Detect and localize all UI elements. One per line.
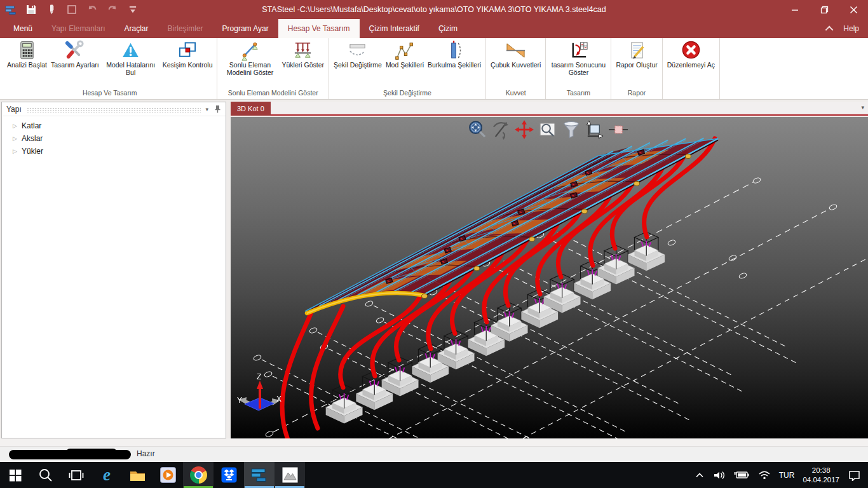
workspace: Yapı ▾ ▷Katlar ▷Akslar ▷Yükler 3D Kot 0 … (0, 100, 868, 438)
dotted-leader (27, 107, 201, 113)
ribbon-group-label: Tasarım (548, 89, 608, 99)
tab-menu[interactable]: Menü (4, 19, 42, 38)
ribbon-group-rapor: Rapor Oluştur Rapor (611, 38, 662, 99)
burkulma-sekilleri-button[interactable]: Burkulma Şekilleri (426, 39, 483, 70)
save-icon[interactable] (25, 4, 37, 15)
ribbon: Analizi Başlat Tasarım Ayarları Model Ha… (0, 38, 868, 100)
title-bar: STASteel -C:\Users\Mustafa\Desktop\cevat… (0, 0, 868, 19)
help-link[interactable]: Help (843, 24, 859, 33)
taskbar-search-button[interactable] (31, 462, 61, 488)
tab-araclar[interactable]: Araçlar (115, 19, 158, 38)
media-player-button[interactable] (153, 462, 183, 488)
tab-cizim-interaktif[interactable]: Çizim Interaktif (360, 19, 429, 38)
window-controls (780, 0, 868, 19)
battery-icon[interactable] (734, 470, 750, 480)
qat-more-icon[interactable] (127, 4, 139, 15)
tab-strip-dropdown-icon[interactable]: ▾ (861, 104, 864, 111)
warning-triangle-icon (120, 40, 141, 61)
close-button[interactable] (839, 0, 868, 19)
expander-icon[interactable]: ▷ (13, 148, 22, 154)
sonlu-eleman-modelini-goster-button[interactable]: Sonlu Eleman Modelini Göster (220, 39, 280, 78)
axis-triad: Z Y X (237, 372, 281, 410)
model-hatalarini-bul-button[interactable]: Model Hatalarını Bul (101, 39, 161, 78)
stasteel-taskbar-button[interactable] (244, 462, 275, 488)
ribbon-group-hesap: Analizi Başlat Tasarım Ayarları Model Ha… (3, 38, 217, 99)
z-axis-label: Z (257, 372, 261, 381)
viewport-toolbar (467, 119, 628, 140)
undo-icon[interactable] (86, 4, 98, 15)
dropbox-icon (220, 466, 238, 484)
button-label: Mod Şekilleri (386, 62, 424, 69)
section-element-icon[interactable] (608, 119, 628, 140)
file-explorer-button[interactable] (122, 462, 153, 488)
tree-item-katlar[interactable]: ▷Katlar (2, 119, 226, 132)
dropbox-button[interactable] (214, 462, 244, 488)
frame-icon[interactable] (66, 4, 78, 15)
button-label: Çubuk Kuvvetleri (491, 62, 541, 69)
zoom-window-icon[interactable] (538, 119, 558, 140)
redo-icon[interactable] (107, 4, 118, 15)
button-label: Yükleri Göster (281, 62, 324, 69)
rotate-view-icon[interactable] (491, 119, 511, 140)
ribbon-group-sekil-degistirme: Şekil Değiştirme Mod Şekilleri Burkulma … (329, 38, 486, 99)
expander-icon[interactable]: ▷ (13, 123, 22, 129)
3d-model-scene[interactable]: Z Y X (231, 117, 868, 438)
report-icon (627, 40, 648, 61)
minimize-button[interactable] (780, 0, 810, 19)
tray-chevron-icon[interactable] (695, 471, 705, 480)
redacted-license-text (9, 450, 131, 459)
structure-tree: ▷Katlar ▷Akslar ▷Yükler (2, 116, 226, 158)
sekil-degistirme-button[interactable]: Şekil Değiştirme (332, 39, 384, 70)
task-view-button[interactable] (61, 462, 92, 488)
viewport-canvas[interactable]: Z Y X (231, 117, 868, 438)
wifi-icon[interactable] (758, 470, 771, 480)
ribbon-group-duzenleme: Düzenlemeyi Aç (663, 38, 720, 99)
tab-hesap-ve-tasarim[interactable]: Hesap Ve Tasarım (278, 19, 360, 38)
status-gap (0, 438, 868, 447)
tasarim-sonucunu-goster-button[interactable]: tasarım Sonucunu Göster (548, 39, 608, 78)
rapor-olustur-button[interactable]: Rapor Oluştur (614, 39, 659, 70)
action-center-icon[interactable] (848, 470, 862, 481)
taskbar-clock[interactable]: 20:38 04.04.2017 (803, 466, 839, 485)
x-axis-label: X (276, 395, 281, 403)
panel-dropdown-icon[interactable]: ▾ (205, 106, 208, 112)
cubuk-kuvvetleri-button[interactable]: Çubuk Kuvvetleri (489, 39, 543, 70)
tree-item-akslar[interactable]: ▷Akslar (2, 132, 226, 145)
tree-item-yukler[interactable]: ▷Yükler (2, 145, 226, 158)
pan-icon[interactable] (514, 119, 534, 140)
analizi-baslat-button[interactable]: Analizi Başlat (5, 39, 49, 70)
ribbon-tab-bar: Menü Yapı Elemanları Araçlar Birleşimler… (0, 19, 868, 38)
volume-icon[interactable] (713, 470, 726, 480)
tab-program-ayar[interactable]: Program Ayar (213, 19, 278, 38)
tab-cizim[interactable]: Çizim (429, 19, 467, 38)
viewport-tab-3d-kot-0[interactable]: 3D Kot 0 (231, 102, 271, 116)
chrome-button[interactable] (183, 462, 214, 488)
windows-logo-icon (8, 468, 22, 482)
zoom-extents-icon[interactable] (467, 119, 487, 140)
pin-icon[interactable] (214, 105, 221, 113)
structure-panel-header: Yapı ▾ (2, 102, 226, 116)
tasarim-ayarlari-button[interactable]: Tasarım Ayarları (49, 39, 101, 70)
expander-icon[interactable]: ▷ (13, 135, 22, 142)
photos-button[interactable] (275, 462, 305, 488)
deformation-icon (347, 40, 368, 61)
style-pen-icon[interactable] (46, 4, 57, 15)
mod-sekilleri-button[interactable]: Mod Şekilleri (384, 39, 426, 70)
yukleri-goster-button[interactable]: Yükleri Göster (280, 39, 326, 70)
edge-button[interactable]: e (92, 462, 122, 488)
collapse-ribbon-icon[interactable] (825, 25, 834, 34)
filter-icon[interactable] (561, 119, 581, 140)
tab-yapi-elemanlari[interactable]: Yapı Elemanları (42, 19, 115, 38)
intersection-icon (177, 40, 198, 61)
fem-model-icon (240, 40, 261, 61)
tab-birlesimler[interactable]: Birleşimler (158, 19, 213, 38)
start-button[interactable] (0, 462, 31, 488)
language-indicator[interactable]: TUR (779, 471, 795, 480)
kesisim-kontrolu-button[interactable]: Kesişim Kontrolu (161, 39, 215, 70)
search-icon (38, 468, 53, 483)
duzenlemeyi-ac-button[interactable]: Düzenlemeyi Aç (665, 39, 717, 70)
calculator-icon (17, 40, 37, 61)
app-logo-icon (5, 4, 17, 15)
plane-view-icon[interactable] (585, 119, 605, 140)
restore-button[interactable] (810, 0, 839, 19)
